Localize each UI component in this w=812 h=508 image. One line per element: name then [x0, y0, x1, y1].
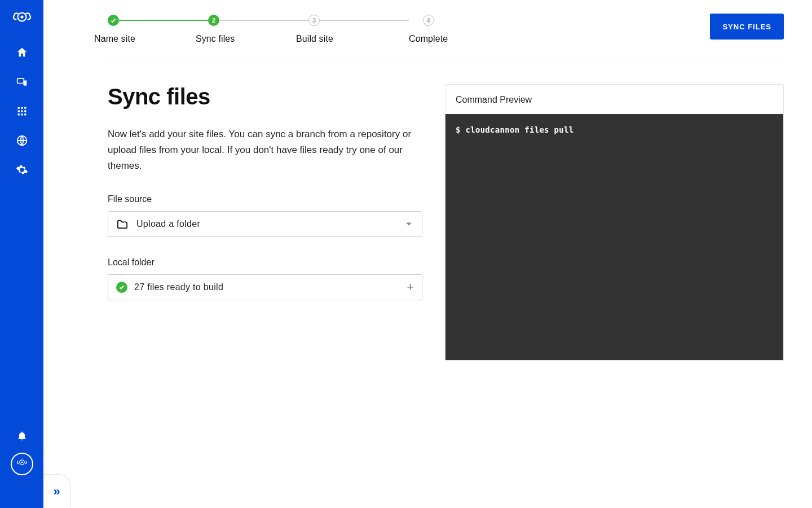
svg-rect-4	[17, 107, 19, 109]
brand-logo	[12, 10, 32, 30]
command-preview-panel: Command Preview $ cloudcannon files pull	[445, 84, 784, 361]
step-number: 3	[312, 17, 316, 24]
local-folder-input[interactable]: 27 files ready to build +	[108, 274, 422, 300]
local-folder-status: 27 files ready to build	[134, 282, 223, 292]
step-connector	[119, 20, 208, 21]
svg-rect-2	[17, 78, 24, 83]
sync-files-button[interactable]: SYNC FILES	[710, 14, 784, 40]
svg-rect-7	[17, 110, 19, 112]
step-indicator-upcoming: 3	[308, 15, 320, 26]
svg-rect-3	[23, 81, 27, 86]
nav-apps[interactable]	[16, 105, 28, 117]
plus-icon: +	[407, 281, 414, 294]
stepper: Name site 2 Sync files 3 Bui	[108, 14, 448, 44]
expand-sidebar-button[interactable]: »	[43, 474, 70, 508]
chevrons-right-icon: »	[53, 484, 60, 499]
divider	[108, 59, 784, 59]
step-label: Complete	[409, 34, 448, 44]
command-line: $ cloudcannon files pull	[456, 125, 773, 134]
step-number: 4	[427, 17, 430, 24]
step-connector	[219, 20, 308, 21]
form-column: Sync files Now let's add your site files…	[108, 84, 422, 361]
sidebar-bottom	[0, 430, 43, 508]
page-title: Sync files	[108, 84, 422, 110]
svg-point-1	[20, 15, 23, 18]
step-label: Name site	[94, 34, 135, 44]
nav-home[interactable]	[16, 46, 28, 59]
content-area: Sync files Now let's add your site files…	[108, 84, 784, 361]
svg-rect-6	[24, 107, 26, 109]
svg-rect-10	[17, 113, 19, 115]
nav-group	[16, 46, 28, 176]
svg-rect-9	[24, 110, 26, 112]
svg-rect-12	[24, 113, 26, 115]
step-label: Build site	[296, 34, 333, 44]
svg-point-15	[21, 462, 23, 463]
command-column: Command Preview $ cloudcannon files pull	[445, 84, 784, 361]
sidebar	[0, 0, 43, 508]
check-circle-icon	[116, 282, 127, 293]
step-sync-files: 2 Sync files	[208, 15, 308, 44]
command-preview-header: Command Preview	[445, 85, 783, 114]
step-indicator-active: 2	[208, 15, 219, 26]
step-indicator-done	[108, 15, 119, 26]
local-folder-label: Local folder	[108, 257, 422, 268]
step-complete: 4 Complete	[409, 15, 448, 44]
nav-devices[interactable]	[16, 76, 28, 88]
file-source-value: Upload a folder	[136, 219, 200, 229]
notifications-icon[interactable]	[16, 430, 28, 441]
step-indicator-upcoming: 4	[423, 15, 434, 26]
nav-globe[interactable]	[16, 134, 28, 147]
svg-rect-5	[21, 107, 23, 109]
step-label: Sync files	[196, 34, 235, 44]
page-intro: Now let's add your site files. You can s…	[108, 126, 412, 174]
file-source-label: File source	[108, 194, 422, 204]
step-connector	[320, 20, 409, 21]
svg-rect-8	[21, 110, 23, 112]
file-source-select[interactable]: Upload a folder	[108, 211, 422, 237]
chevron-down-icon	[406, 223, 412, 226]
main-content: Name site 2 Sync files 3 Bui	[43, 0, 812, 508]
step-name-site: Name site	[108, 15, 208, 44]
topbar: Name site 2 Sync files 3 Bui	[108, 0, 784, 44]
account-avatar[interactable]	[11, 453, 33, 475]
nav-settings[interactable]	[16, 164, 28, 176]
command-preview-body: $ cloudcannon files pull	[445, 114, 783, 360]
folder-icon	[116, 219, 129, 229]
step-number: 2	[212, 17, 215, 24]
step-build-site: 3 Build site	[308, 15, 409, 44]
svg-rect-11	[21, 113, 23, 115]
